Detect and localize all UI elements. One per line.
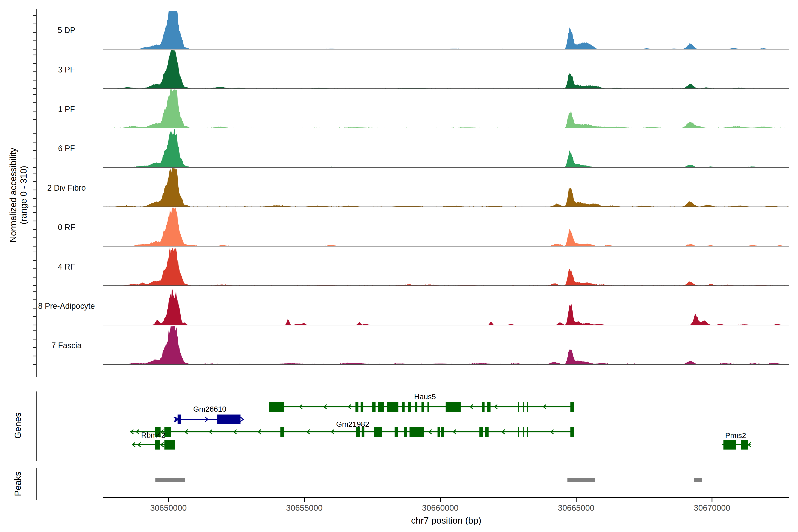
coverage-track-3-pf [103, 50, 789, 89]
exon-haus5-4 [378, 402, 384, 412]
coverage-track-4-rf [103, 247, 789, 286]
exon-haus5-13 [487, 402, 491, 412]
exon-pmis2-1 [741, 440, 748, 450]
exon-haus5-14 [518, 402, 519, 412]
exon-haus5-7 [408, 402, 411, 412]
exon-gm21982-3 [356, 427, 360, 437]
gene-name-pmis2: Pmis2 [725, 431, 746, 440]
exon-gm21982-1 [165, 427, 171, 437]
x-axis-tick-label-3: 30665000 [558, 504, 594, 513]
exon-haus5-9 [421, 402, 424, 412]
peaks-section-label: Peaks [13, 472, 23, 496]
y-axis-title-line2: (range 0 - 310) [18, 148, 29, 243]
exon-gm26610-1 [217, 415, 241, 424]
coverage-track-6-pf [103, 129, 789, 167]
exon-haus5-17 [570, 402, 574, 412]
track-label-6-pf: 6 PF [58, 144, 75, 153]
called-peak-region-2 [694, 478, 702, 482]
exon-gm21982-16 [570, 427, 574, 437]
exon-gm21982-14 [523, 427, 524, 437]
gene-name-rbm42: Rbm42 [141, 431, 166, 439]
x-axis-tick-label-2: 30660000 [422, 504, 459, 513]
track-label-3-pf: 3 PF [58, 65, 75, 75]
exon-gm21982-6 [395, 427, 398, 437]
strand-arrow-icon [241, 417, 243, 422]
exon-haus5-12 [482, 402, 484, 412]
exon-haus5-15 [523, 402, 524, 412]
y-axis-title-line1: Normalized accessibility [8, 148, 18, 243]
called-peak-region-1 [568, 478, 595, 482]
exon-rbm42-0 [155, 440, 160, 450]
gene-name-haus5: Haus5 [414, 392, 436, 401]
called-peak-region-0 [155, 478, 185, 482]
exon-rbm42-1 [165, 440, 175, 450]
plot-canvas [0, 0, 798, 532]
coverage-track-7-fascia [103, 326, 789, 364]
track-label-2-div-fibro: 2 Div Fibro [47, 183, 86, 193]
exon-gm26610-0 [177, 415, 180, 424]
coverage-track-1-pf [103, 90, 789, 128]
exon-haus5-11 [446, 402, 461, 412]
exon-gm21982-2 [280, 427, 284, 437]
gene-name-gm21982: Gm21982 [336, 420, 369, 429]
track-label-8-pre-adipocyte: 8 Pre-Adipocyte [38, 302, 95, 311]
track-label-7-fascia: 7 Fascia [52, 341, 81, 350]
exon-gm21982-11 [479, 427, 483, 437]
coverage-track-5-dp [103, 11, 789, 49]
exon-haus5-1 [355, 402, 358, 412]
exon-gm21982-10 [441, 427, 444, 437]
exon-gm21982-15 [527, 427, 528, 437]
exon-haus5-6 [402, 402, 404, 412]
exon-haus5-8 [415, 402, 417, 412]
exon-haus5-0 [269, 402, 284, 412]
y-axis-title: Normalized accessibility (range 0 - 310) [8, 148, 29, 243]
coverage-track-0-rf [103, 208, 789, 246]
exon-gm21982-9 [438, 427, 440, 437]
exon-pmis2-0 [723, 440, 736, 450]
gene-name-gm26610: Gm26610 [193, 405, 226, 413]
coverage-plot-figure: Normalized accessibility (range 0 - 310)… [0, 0, 798, 532]
track-label-5-dp: 5 DP [58, 26, 75, 35]
exon-haus5-16 [527, 402, 528, 412]
exon-haus5-2 [361, 402, 363, 412]
exon-gm21982-7 [404, 427, 407, 437]
track-label-0-rf: 0 RF [58, 223, 75, 232]
exon-haus5-5 [387, 402, 398, 412]
exon-haus5-3 [373, 402, 376, 412]
x-axis-title: chr7 position (bp) [411, 515, 481, 526]
coverage-track-8-pre-adipocyte [103, 287, 789, 325]
genes-section-label: Genes [13, 413, 23, 439]
track-label-1-pf: 1 PF [58, 104, 75, 114]
x-axis-tick-label-0: 30650000 [150, 504, 187, 513]
x-axis-tick-label-1: 30655000 [286, 504, 323, 513]
x-axis-tick-label-4: 30670000 [694, 504, 730, 513]
exon-haus5-10 [428, 402, 430, 412]
exon-gm21982-13 [518, 427, 519, 437]
track-label-4-rf: 4 RF [58, 262, 75, 271]
exon-gm21982-8 [410, 427, 424, 437]
exon-gm21982-5 [374, 427, 382, 437]
coverage-track-2-div-fibro [103, 168, 789, 207]
exon-gm21982-12 [485, 427, 489, 437]
exon-gm21982-4 [362, 427, 364, 437]
